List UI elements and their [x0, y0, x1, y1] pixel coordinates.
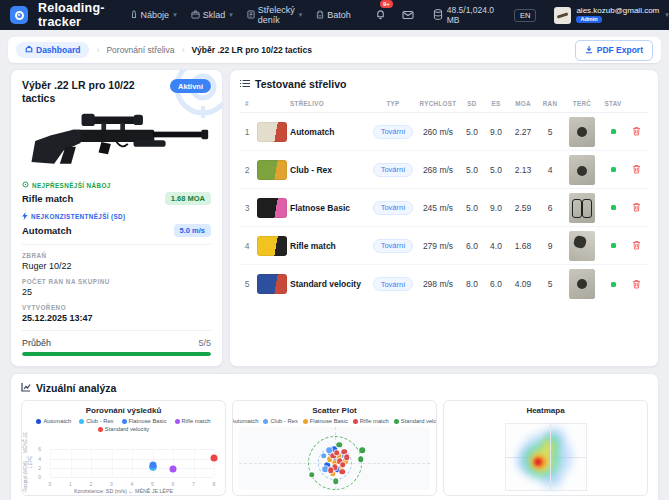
heatmap-title: Heatmapa [444, 406, 647, 415]
legend-label: Club - Rex [86, 418, 113, 424]
breadcrumb-dashboard[interactable]: Dashboard [16, 42, 89, 58]
target-thumbnail[interactable] [569, 269, 595, 299]
nav-item-label: Sklad [203, 10, 226, 20]
es-value: 5.0 [484, 165, 508, 175]
moa-value: 2.13 [508, 165, 538, 175]
list-icon [240, 78, 250, 90]
legend-item: Club - Rex [263, 418, 297, 424]
delete-row-button[interactable] [630, 160, 643, 179]
shot-point-club-rex [326, 448, 332, 454]
nav-item-batoh[interactable]: Batoh [309, 10, 358, 21]
breadcrumb-separator: › [181, 45, 184, 55]
app-logo[interactable] [10, 6, 28, 24]
shots-count: 5 [538, 279, 562, 289]
legend-label: Standard velocity [105, 426, 149, 432]
shot-point-standard-velocity [309, 472, 315, 478]
legend-item: Rifle match [175, 418, 211, 424]
status-indicator [611, 205, 616, 210]
shot-point-rifle-match [340, 462, 346, 468]
table-header: #STŘELIVOTYPRYCHLOSTSDESMOARANTERČSTAV [240, 96, 648, 113]
notifications-button[interactable]: 9+ [375, 6, 386, 24]
shot-point-standard-velocity [333, 478, 339, 484]
target-icon [15, 11, 24, 20]
status-indicator [611, 243, 616, 248]
storage-usage[interactable]: 48.5/1,024.0 MB [433, 5, 494, 25]
shot-point-rifle-match [344, 454, 350, 460]
shot-point-standard-velocity [358, 456, 364, 462]
legend-item: Rifle match [353, 418, 389, 424]
messages-button[interactable] [402, 6, 414, 24]
x-tick-label: 6 [172, 481, 175, 487]
ammo-name: Standard velocity [290, 279, 370, 289]
column-header: STAV [602, 100, 624, 107]
best-consistency-name: Automatch [22, 225, 72, 236]
legend-item: Club - Rex [79, 418, 113, 424]
breadcrumb: Dashboard › Porovnání střeliva › Výběr .… [8, 37, 661, 63]
database-icon [433, 9, 443, 22]
scatter-plot-panel: Scatter Plot AutomatchClub - RexFlatnose… [232, 400, 437, 496]
column-header: RYCHLOST [416, 100, 460, 107]
es-value: 6.0 [484, 279, 508, 289]
delete-row-button[interactable] [630, 236, 643, 255]
status-indicator [611, 282, 616, 287]
weapon-value: Ruger 10/22 [22, 261, 211, 271]
ammo-box-image [257, 198, 287, 218]
nav-item-n-boje[interactable]: Náboje▾ [123, 10, 184, 21]
home-icon [25, 45, 33, 55]
legend-label: Club - Rex [270, 418, 297, 424]
target-thumbnail[interactable] [569, 231, 595, 261]
best-accuracy-value-badge: 1.68 MOA [165, 192, 211, 205]
table-title: Testované střelivo [255, 78, 346, 90]
delete-row-button[interactable] [630, 275, 643, 294]
target-thumbnail[interactable] [569, 155, 595, 185]
visual-analysis-card: Vizuální analýza Porovnání výsledků Auto… [10, 373, 659, 500]
legend-item: Flatnose Basic [122, 418, 167, 424]
comparison-chart-xlabel: Konzistence: SD (m/s) ← MÉNĚ JE LÉPE [22, 488, 225, 494]
x-tick-label: 3 [110, 481, 113, 487]
user-menu[interactable]: ales.kozub@gmail.com Admin ▾ [554, 7, 668, 24]
type-badge: Tovární [373, 201, 414, 215]
moa-value: 2.59 [508, 203, 538, 213]
analysis-title: Vizuální analýza [36, 382, 116, 394]
x-tick-label: 5 [151, 481, 154, 487]
pdf-export-button[interactable]: PDF Export [575, 40, 653, 61]
shots-per-group-label: POČET RAN NA SKUPINU [22, 278, 211, 285]
data-point-flatnose-basic [149, 462, 156, 469]
shots-count: 4 [538, 165, 562, 175]
nav-item-label: Střelecký deník [258, 5, 295, 25]
comparison-chart-title: Porovnání výsledků [22, 406, 225, 415]
shot-point-rifle-match [334, 450, 340, 456]
ammo-name: Rifle match [290, 241, 370, 251]
sd-value: 8.0 [460, 279, 484, 289]
avatar [554, 7, 571, 24]
user-role-badge: Admin [576, 16, 601, 24]
download-icon [585, 45, 593, 56]
speed-value: 260 m/s [416, 127, 460, 137]
x-tick-label: 8 [213, 481, 216, 487]
nav-item-st-eleck-den-k[interactable]: Střelecký deník▾ [240, 5, 310, 25]
shots-count: 9 [538, 241, 562, 251]
nav-item-sklad[interactable]: Sklad▾ [184, 10, 240, 21]
legend-label: Automatch [43, 418, 71, 424]
lightning-icon [22, 212, 28, 221]
target-thumbnail[interactable] [569, 117, 595, 147]
bell-icon [375, 6, 386, 24]
sd-value: 5.0 [460, 165, 484, 175]
language-switcher[interactable]: EN [514, 9, 536, 22]
delete-row-button[interactable] [630, 198, 643, 217]
x-tick-label: 7 [192, 481, 195, 487]
shot-point-standard-velocity [359, 448, 365, 454]
ammo-box-image [257, 274, 287, 294]
delete-row-button[interactable] [630, 122, 643, 141]
backpack-icon [316, 10, 324, 21]
target-thumbnail[interactable] [569, 193, 595, 223]
column-header: TERČ [562, 100, 602, 107]
legend-item: Flatnose Basic [303, 418, 348, 424]
app-title: Reloading-tracker [38, 1, 105, 29]
nav-item-label: Náboje [141, 10, 170, 20]
best-consistency-label: NEJKONZISTENTNĚJŠÍ (SD) [22, 212, 211, 221]
speed-value: 268 m/s [416, 165, 460, 175]
breadcrumb-comparison[interactable]: Porovnání střeliva [106, 45, 174, 55]
column-header: ES [484, 100, 508, 107]
es-value: 9.0 [484, 203, 508, 213]
